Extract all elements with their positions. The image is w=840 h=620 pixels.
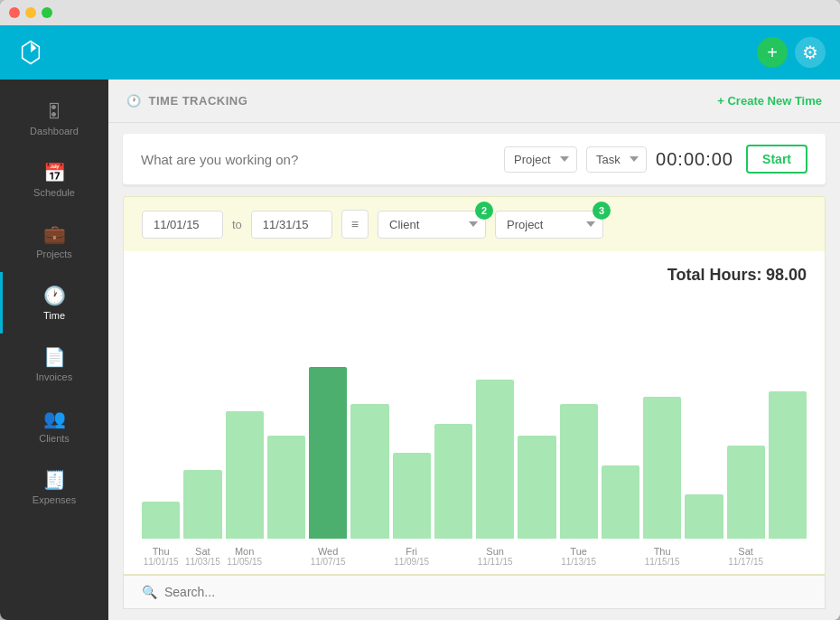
label-date-12: 11/15/15 xyxy=(645,557,680,567)
bar-5[interactable] xyxy=(350,404,388,539)
schedule-icon: 📅 xyxy=(43,162,66,183)
label-col-9 xyxy=(518,546,555,567)
label-col-3 xyxy=(267,546,305,567)
sidebar-label-clients: Clients xyxy=(39,433,70,444)
sidebar-item-schedule[interactable]: 📅 Schedule xyxy=(0,149,108,211)
bar-6[interactable] xyxy=(393,453,431,539)
clients-icon: 👥 xyxy=(43,408,66,429)
label-date-10: 11/13/15 xyxy=(561,557,596,567)
bar-col-6 xyxy=(393,294,431,539)
bar-4[interactable] xyxy=(309,367,347,539)
app-window: + ⚙ 🎛 Dashboard 📅 Schedule 💼 Projects xyxy=(0,0,840,620)
close-button[interactable] xyxy=(9,7,20,18)
sidebar-label-time: Time xyxy=(43,310,65,321)
bar-12[interactable] xyxy=(643,397,681,539)
label-col-6: Fri11/09/15 xyxy=(393,546,431,567)
bar-col-7 xyxy=(434,294,472,539)
bar-0[interactable] xyxy=(142,502,180,539)
logo xyxy=(14,36,47,69)
label-day-1: Sat xyxy=(195,546,210,557)
total-hours: Total Hours: 98.00 xyxy=(142,266,807,285)
timer-description-input[interactable] xyxy=(141,152,495,167)
search-bar: 🔍 xyxy=(123,575,826,609)
settings-button[interactable]: ⚙ xyxy=(795,37,826,68)
total-hours-label: Total Hours: xyxy=(667,266,762,284)
page-title: 🕐 TIME TRACKING xyxy=(126,94,247,108)
maximize-button[interactable] xyxy=(42,7,52,18)
bar-15[interactable] xyxy=(769,391,807,539)
label-col-2: Mon11/05/15 xyxy=(226,546,264,567)
sidebar-item-dashboard[interactable]: 🎛 Dashboard xyxy=(0,89,108,149)
label-date-2: 11/05/15 xyxy=(227,557,262,567)
label-col-0: Thu11/01/15 xyxy=(142,546,180,567)
bar-col-12 xyxy=(643,294,681,539)
sidebar-item-time[interactable]: 🕐 Time xyxy=(0,272,108,333)
label-day-6: Fri xyxy=(406,546,417,557)
start-button[interactable]: Start xyxy=(746,145,807,174)
bar-11[interactable] xyxy=(602,465,639,539)
date-filter-icon-button[interactable]: ≡ xyxy=(341,210,369,239)
bar-7[interactable] xyxy=(434,424,472,539)
search-icon: 🔍 xyxy=(142,585,157,599)
projects-icon: 💼 xyxy=(43,223,66,245)
search-input[interactable] xyxy=(164,585,807,599)
clock-icon: 🕐 xyxy=(126,94,142,108)
sidebar-item-clients[interactable]: 👥 Clients xyxy=(0,395,108,456)
bar-14[interactable] xyxy=(727,446,765,539)
bar-col-4: 4.25 xyxy=(309,294,347,539)
sidebar-item-invoices[interactable]: 📄 Invoices xyxy=(0,333,108,395)
bar-col-9 xyxy=(518,294,555,539)
bar-col-1 xyxy=(183,294,221,539)
sidebar-item-expenses[interactable]: 🧾 Expenses xyxy=(0,456,108,518)
task-select[interactable]: Task xyxy=(586,146,647,173)
sidebar-label-schedule: Schedule xyxy=(33,187,75,198)
bar-col-15 xyxy=(769,294,807,539)
bar-13[interactable] xyxy=(685,494,723,539)
label-day-10: Tue xyxy=(570,546,587,557)
bars-row: 4.25 xyxy=(142,294,807,542)
chart-area: Total Hours: 98.00 4.25 Thu11/01/15Sat11… xyxy=(123,251,826,575)
title-bar xyxy=(0,0,840,25)
header-actions: + ⚙ xyxy=(757,37,826,68)
label-col-14: Sat11/17/15 xyxy=(727,546,765,567)
client-select[interactable]: Client xyxy=(378,211,486,239)
label-day-8: Sun xyxy=(486,546,504,557)
sidebar: 🎛 Dashboard 📅 Schedule 💼 Projects 🕐 Time xyxy=(0,80,108,620)
timer-bar: Project Task 00:00:00 Start xyxy=(123,134,826,185)
bar-2[interactable] xyxy=(226,411,264,539)
label-date-1: 11/03/15 xyxy=(185,557,220,567)
bar-9[interactable] xyxy=(518,436,555,539)
label-col-7 xyxy=(434,546,472,567)
dashboard-icon: 🎛 xyxy=(45,101,63,122)
bar-10[interactable] xyxy=(560,404,598,539)
invoices-icon: 📄 xyxy=(43,346,66,368)
sidebar-label-invoices: Invoices xyxy=(36,371,72,382)
project-filter-wrap: Project 3 xyxy=(495,211,603,239)
sidebar-label-expenses: Expenses xyxy=(33,494,76,505)
bar-1[interactable] xyxy=(183,470,221,539)
bar-col-5 xyxy=(350,294,388,539)
label-day-14: Sat xyxy=(738,546,753,557)
bar-8[interactable] xyxy=(476,380,514,539)
sidebar-label-projects: Projects xyxy=(36,249,72,259)
minimize-button[interactable] xyxy=(25,7,36,18)
add-button[interactable]: + xyxy=(757,37,788,68)
label-date-14: 11/17/15 xyxy=(728,557,763,567)
time-icon: 🕐 xyxy=(43,285,66,306)
label-col-12: Thu11/15/15 xyxy=(643,546,681,567)
project-filter-select[interactable]: Project xyxy=(495,211,603,239)
expenses-icon: 🧾 xyxy=(43,469,66,491)
label-date-0: 11/01/15 xyxy=(144,557,179,567)
main-layout: 🎛 Dashboard 📅 Schedule 💼 Projects 🕐 Time xyxy=(0,80,840,620)
create-new-button[interactable]: + Create New Time xyxy=(717,94,822,108)
bar-col-0 xyxy=(142,294,180,539)
active-indicator xyxy=(0,272,3,333)
bar-3[interactable] xyxy=(267,436,305,539)
date-from-input[interactable] xyxy=(142,211,223,239)
date-to-input[interactable] xyxy=(251,211,332,239)
labels-row: Thu11/01/15Sat11/03/15Mon11/05/15Wed11/0… xyxy=(142,546,807,567)
label-col-5 xyxy=(350,546,388,567)
project-select[interactable]: Project xyxy=(504,146,577,173)
sidebar-item-projects[interactable]: 💼 Projects xyxy=(0,211,108,272)
label-col-13 xyxy=(685,546,723,567)
